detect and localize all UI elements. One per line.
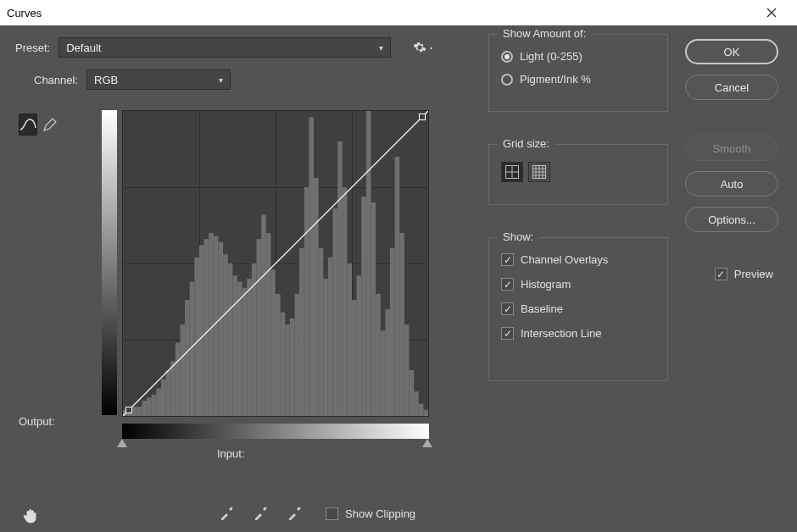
svg-rect-10 xyxy=(170,361,176,416)
white-eyedropper-button[interactable] xyxy=(285,504,304,523)
svg-rect-21 xyxy=(223,254,228,416)
dialog-body: Preset: Default ▾ • Channel: RGB ▾ Outpu… xyxy=(0,25,797,532)
grid-fine-button[interactable] xyxy=(528,162,550,182)
preview-checkbox[interactable]: Preview xyxy=(715,268,773,280)
targeted-adjust-button[interactable] xyxy=(22,507,41,529)
show-amount-legend: Show Amount of: xyxy=(498,27,591,40)
checkbox-icon xyxy=(501,278,514,291)
svg-rect-26 xyxy=(247,279,252,416)
svg-rect-51 xyxy=(366,111,371,416)
svg-rect-62 xyxy=(419,404,424,416)
intersection-checkbox[interactable]: Intersection Line xyxy=(501,327,655,340)
cancel-button[interactable]: Cancel xyxy=(685,75,778,100)
black-point-slider[interactable] xyxy=(117,439,127,447)
pigment-radio[interactable]: Pigment/Ink % xyxy=(501,73,655,86)
svg-rect-18 xyxy=(209,233,214,416)
preview-label: Preview xyxy=(734,268,773,280)
show-clipping-label: Show Clipping xyxy=(345,507,415,520)
svg-rect-15 xyxy=(194,258,199,416)
curve-point-black[interactable] xyxy=(125,407,132,413)
svg-rect-59 xyxy=(404,324,410,416)
curve-tools xyxy=(19,114,53,136)
svg-rect-41 xyxy=(319,248,324,416)
svg-rect-24 xyxy=(237,282,242,416)
black-eyedropper-button[interactable] xyxy=(217,504,236,523)
svg-rect-3 xyxy=(137,407,142,416)
channel-value: RGB xyxy=(94,74,118,86)
curves-graph[interactable] xyxy=(122,110,429,417)
histogram-checkbox[interactable]: Histogram xyxy=(501,278,655,291)
output-gradient xyxy=(102,110,117,415)
channel-dropdown[interactable]: RGB ▾ xyxy=(86,69,231,90)
light-radio[interactable]: Light (0-255) xyxy=(501,50,655,63)
svg-rect-48 xyxy=(352,300,357,416)
histogram-label: Histogram xyxy=(521,278,571,291)
options-button[interactable]: Options... xyxy=(685,207,778,232)
eyedropper-icon xyxy=(219,506,234,521)
gray-eyedropper-button[interactable] xyxy=(251,504,270,523)
svg-rect-7 xyxy=(156,389,161,416)
checkbox-icon xyxy=(501,302,514,315)
svg-rect-47 xyxy=(347,263,352,416)
smooth-button[interactable]: Smooth xyxy=(685,136,778,161)
button-column: OK Cancel Smooth Auto Options... xyxy=(685,39,778,232)
show-fieldset: Show: Channel Overlays Histogram Baselin… xyxy=(488,237,668,381)
baseline-label: Baseline xyxy=(521,302,563,315)
svg-rect-20 xyxy=(219,242,224,416)
svg-rect-35 xyxy=(290,319,295,416)
preset-menu-button[interactable]: • xyxy=(413,41,432,54)
svg-rect-60 xyxy=(410,370,415,416)
curve-point-white[interactable] xyxy=(419,114,426,120)
svg-rect-63 xyxy=(423,410,428,416)
preset-label: Preset: xyxy=(15,42,50,54)
svg-rect-58 xyxy=(399,233,404,416)
curve-icon xyxy=(20,118,36,131)
close-button[interactable] xyxy=(753,0,790,25)
input-gradient xyxy=(122,424,429,439)
svg-rect-50 xyxy=(361,197,366,416)
channel-overlays-checkbox[interactable]: Channel Overlays xyxy=(501,253,655,266)
svg-rect-38 xyxy=(304,187,309,416)
svg-rect-32 xyxy=(276,294,281,416)
svg-rect-25 xyxy=(242,288,248,416)
svg-rect-9 xyxy=(166,370,171,416)
show-clipping-checkbox[interactable]: Show Clipping xyxy=(326,507,415,520)
svg-rect-56 xyxy=(390,248,395,416)
curve-tool-button[interactable] xyxy=(19,114,37,136)
svg-rect-23 xyxy=(232,275,237,416)
svg-rect-14 xyxy=(190,282,195,416)
pencil-tool-button[interactable] xyxy=(42,114,58,136)
ok-button[interactable]: OK xyxy=(685,39,778,64)
white-point-slider[interactable] xyxy=(422,439,432,447)
svg-rect-44 xyxy=(333,208,338,416)
svg-rect-5 xyxy=(147,397,152,416)
intersection-label: Intersection Line xyxy=(521,327,601,340)
auto-button[interactable]: Auto xyxy=(685,171,778,197)
svg-rect-36 xyxy=(295,294,300,416)
show-legend: Show: xyxy=(498,230,538,243)
preset-dropdown[interactable]: Default ▾ xyxy=(59,37,391,58)
svg-rect-57 xyxy=(395,157,400,416)
baseline-checkbox[interactable]: Baseline xyxy=(501,302,655,315)
svg-rect-53 xyxy=(376,294,381,416)
svg-rect-45 xyxy=(337,141,343,416)
eyedropper-row: Show Clipping xyxy=(217,504,415,523)
svg-rect-13 xyxy=(185,300,190,416)
svg-rect-31 xyxy=(270,269,276,416)
close-icon xyxy=(766,8,777,18)
svg-rect-28 xyxy=(257,239,262,416)
channel-label: Channel: xyxy=(34,74,78,86)
svg-rect-2 xyxy=(132,407,137,416)
svg-rect-52 xyxy=(371,202,376,416)
window-title: Curves xyxy=(7,7,42,19)
svg-rect-34 xyxy=(285,324,290,416)
svg-rect-33 xyxy=(281,313,286,416)
svg-rect-19 xyxy=(214,236,219,416)
svg-rect-29 xyxy=(261,214,266,416)
grid-coarse-button[interactable] xyxy=(501,162,523,182)
svg-rect-61 xyxy=(414,391,419,416)
preset-value: Default xyxy=(66,42,101,54)
checkbox-icon xyxy=(501,327,514,340)
grid-16-icon xyxy=(532,165,546,179)
svg-rect-22 xyxy=(228,263,233,416)
